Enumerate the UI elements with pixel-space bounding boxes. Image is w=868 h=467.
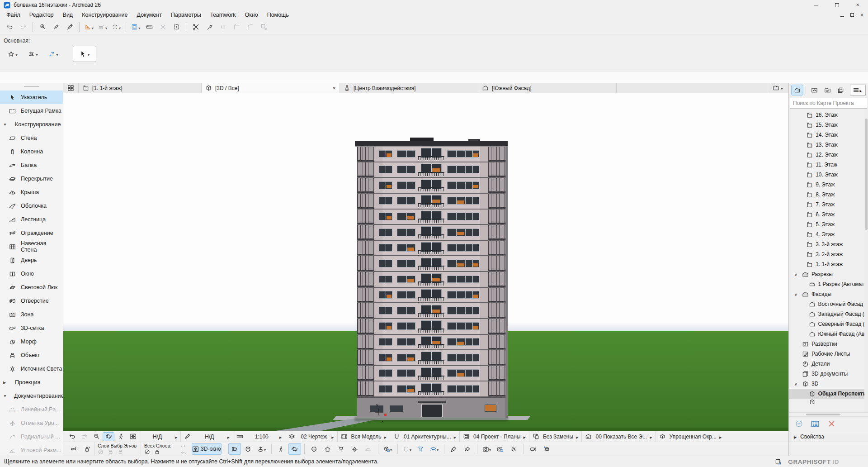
tree-story-16[interactable]: 16. Этаж — [789, 110, 868, 120]
layer-combination-chip[interactable]: 02 Чертеж — [285, 431, 337, 442]
tab-list-button[interactable] — [767, 83, 788, 93]
tree-3d[interactable]: 3D — [789, 379, 868, 389]
orbit-button[interactable] — [103, 432, 114, 441]
model-view-options-chip[interactable]: 04 Проект - Планы — [459, 431, 529, 442]
tool-light[interactable]: Источник Света — [0, 362, 63, 376]
tool-morph[interactable]: Морф — [0, 335, 63, 348]
tree-story-12[interactable]: 12. Этаж — [789, 150, 868, 160]
tree-story-8[interactable]: 8. Этаж — [789, 190, 868, 200]
tree-3d-documents[interactable]: 3D-документы — [789, 369, 868, 379]
tool-dim-radial[interactable]: Радиальный ... — [0, 430, 63, 443]
camera-position-button[interactable] — [335, 443, 348, 455]
fillet-button[interactable] — [243, 21, 257, 33]
menu-item[interactable]: Параметры — [166, 11, 206, 19]
menu-item[interactable]: Редактор — [25, 11, 58, 19]
layer-redo-icon[interactable] — [180, 444, 186, 449]
tab-overview-button[interactable] — [63, 83, 79, 93]
row2-separator[interactable] — [378, 444, 378, 454]
lock-layer-icon[interactable] — [108, 449, 113, 454]
tree-generic-perspective[interactable]: Общая Перспектив — [789, 389, 868, 399]
lock-all-layers-icon[interactable] — [154, 449, 160, 454]
tree-sections[interactable]: Разрезы — [789, 269, 868, 279]
tool-dim-linear[interactable]: Линейный Ра... — [0, 403, 63, 416]
toolbox-drag-handle[interactable] — [24, 86, 39, 87]
tree-hscrollbar-track[interactable] — [789, 412, 868, 416]
row2-separator[interactable] — [477, 444, 477, 454]
3d-window-button[interactable]: 3D-окно — [192, 443, 222, 455]
toolbar-separator[interactable] — [79, 22, 80, 32]
pen-set-chip[interactable]: 01 Архитектурны... — [390, 431, 459, 442]
tree-story-5[interactable]: 5. Этаж — [789, 219, 868, 229]
menu-item[interactable]: Конструирование — [77, 11, 132, 19]
tool-wall[interactable]: Стена — [0, 131, 63, 145]
transfer-icon[interactable] — [775, 458, 783, 465]
row2-separator[interactable] — [271, 444, 272, 454]
intersect-button[interactable] — [230, 21, 243, 33]
tree-interior-elevations[interactable]: Развертки — [789, 339, 868, 349]
layout-book-button[interactable] — [821, 85, 834, 95]
tool-stair[interactable]: Лестница — [0, 213, 63, 226]
hide-all-layers-icon[interactable] — [144, 449, 150, 454]
tree-item-partial[interactable] — [789, 399, 868, 404]
menu-item[interactable]: Вид — [58, 11, 78, 19]
trim-button[interactable] — [203, 21, 216, 33]
flythrough-button[interactable] — [527, 443, 540, 455]
menu-item[interactable]: Файл — [2, 11, 25, 19]
publisher-button[interactable] — [835, 85, 847, 95]
view-map-button[interactable] — [808, 85, 821, 95]
fit-in-window-button[interactable] — [127, 432, 139, 441]
zoom-in-button[interactable] — [90, 432, 102, 441]
orbit-mode-button[interactable] — [288, 443, 301, 455]
delete-view-button[interactable] — [827, 420, 836, 428]
tool-door[interactable]: Дверь — [0, 253, 63, 267]
pickup-parameters-button[interactable] — [36, 21, 49, 33]
menu-item[interactable]: Документ — [132, 11, 166, 19]
tab-action-center[interactable]: [Центр Взаимодействия] — [340, 83, 478, 93]
sync-settings-button[interactable] — [44, 48, 62, 60]
tree-story-1[interactable]: 1. 1-й этаж — [789, 259, 868, 269]
tree-section-1[interactable]: 1 Разрез (Автомати — [789, 279, 868, 289]
layer-undo-icon[interactable] — [180, 449, 186, 454]
tree-story-15[interactable]: 15. Этаж — [789, 120, 868, 130]
view-forward-button[interactable] — [78, 432, 90, 441]
menu-item[interactable]: Помощь — [263, 11, 293, 19]
tree-story-4[interactable]: 4. Этаж — [789, 229, 868, 239]
maximize-button[interactable] — [826, 0, 847, 10]
explore-button[interactable] — [115, 432, 127, 441]
tool-beam[interactable]: Балка — [0, 158, 63, 172]
row2-separator[interactable] — [225, 444, 225, 454]
tree-worksheets[interactable]: Рабочие Листы — [789, 349, 868, 359]
chevron-down-icon[interactable] — [794, 271, 799, 277]
tab-close-icon[interactable]: × — [329, 85, 336, 91]
doc-close-button[interactable]: × — [860, 12, 863, 18]
tree-story-10[interactable]: 10. Этаж — [789, 170, 868, 180]
tree-story-9[interactable]: 9. Этаж — [789, 180, 868, 190]
menu-item[interactable]: Teamwork — [206, 11, 241, 19]
coordinates-button[interactable] — [96, 21, 109, 33]
row2-separator[interactable] — [444, 444, 444, 454]
tree-story-2[interactable]: 2. 2-й этаж — [789, 249, 868, 259]
inject-all-parameters-button[interactable] — [63, 21, 76, 33]
toolbar-separator[interactable] — [186, 22, 186, 32]
navigator-menu-button[interactable] — [850, 85, 866, 95]
row2-separator[interactable] — [524, 444, 524, 454]
tree-elevation-north[interactable]: Северный Фасад (А — [789, 319, 868, 329]
close-button[interactable]: × — [847, 0, 868, 10]
partial-structure-chip[interactable]: Вся Модель — [337, 431, 390, 442]
3d-style-chip[interactable]: Упрощенная Окр... — [656, 431, 725, 442]
view-settings-button[interactable] — [811, 420, 820, 428]
tree-elevation-south[interactable]: Южный Фасад (Авт — [789, 329, 868, 339]
tree-elevation-west[interactable]: Западный Фасад (А — [789, 309, 868, 319]
tree-details[interactable]: Детали — [789, 359, 868, 369]
tree-hscrollbar-thumb[interactable] — [806, 414, 840, 415]
toolbar-separator[interactable] — [126, 22, 126, 32]
tool-column[interactable]: Колонна — [0, 145, 63, 158]
project-map-search-input[interactable] — [790, 98, 867, 109]
unlock-layer-icon[interactable] — [118, 449, 123, 454]
3d-viewport[interactable]: y x — [63, 93, 788, 431]
tool-opening[interactable]: Отверстие — [0, 294, 63, 308]
cut-planes-button[interactable] — [428, 443, 441, 455]
drawing-scale-chip[interactable]: 1:100 — [233, 431, 285, 442]
toolbox-section-document[interactable]: Документирование — [0, 389, 63, 403]
show-hide-toggle-button[interactable] — [67, 443, 80, 455]
